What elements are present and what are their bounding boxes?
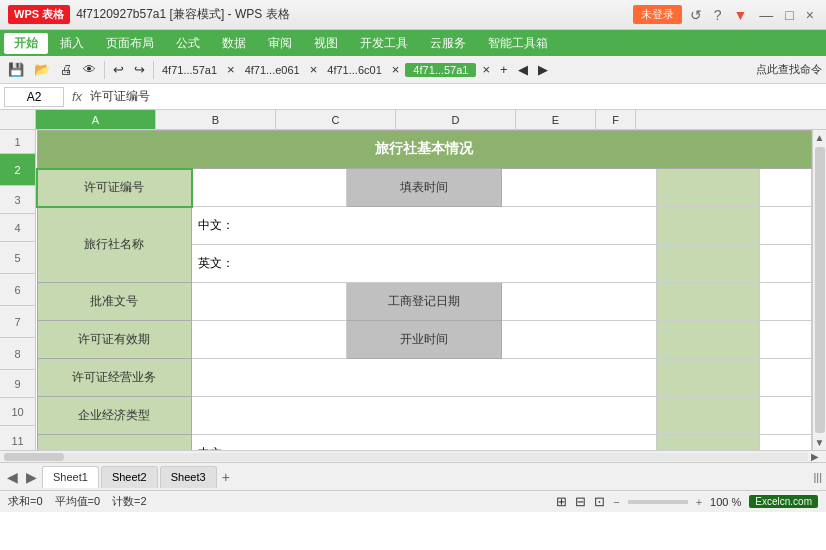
menu-insert[interactable]: 插入 (50, 33, 94, 54)
cell-b6[interactable] (192, 321, 347, 359)
page-view-icon[interactable]: ⊡ (594, 494, 605, 509)
nav-right-icon[interactable]: ▶ (534, 60, 552, 79)
h-scroll-right-btn[interactable]: ▶ (808, 451, 822, 462)
sheet-nav-left[interactable]: ◀ (4, 469, 21, 485)
cell-e2[interactable] (657, 169, 760, 207)
menu-view[interactable]: 视图 (304, 33, 348, 54)
cell-f2[interactable] (760, 169, 812, 207)
title-text: 4f7120927b57a1 [兼容模式] - WPS 表格 (76, 6, 289, 23)
sheet-tab-2[interactable]: Sheet2 (101, 466, 158, 488)
cell-b2[interactable] (192, 169, 347, 207)
menu-layout[interactable]: 页面布局 (96, 33, 164, 54)
col-header-d[interactable]: D (396, 110, 516, 129)
cell-d5[interactable] (502, 283, 657, 321)
cell-e4[interactable] (657, 245, 760, 283)
cell-reference-input[interactable] (4, 87, 64, 107)
cell-f5[interactable] (760, 283, 812, 321)
cell-b8[interactable] (192, 397, 657, 435)
cell-b4[interactable]: 英文： (192, 245, 657, 283)
maximize-window-button[interactable]: □ (781, 5, 797, 25)
file-tab-2[interactable]: 4f71...6c01 (323, 64, 385, 76)
cell-f3[interactable] (760, 207, 812, 245)
menu-start[interactable]: 开始 (4, 33, 48, 54)
menu-formula[interactable]: 公式 (166, 33, 210, 54)
cell-f4[interactable] (760, 245, 812, 283)
close-window-button[interactable]: × (802, 5, 818, 25)
cell-c2[interactable]: 填表时间 (347, 169, 502, 207)
scroll-down-btn[interactable]: ▼ (815, 435, 825, 450)
cell-d2[interactable] (502, 169, 657, 207)
cell-c5[interactable]: 工商登记日期 (347, 283, 502, 321)
cell-e7[interactable] (657, 359, 760, 397)
cell-e5[interactable] (657, 283, 760, 321)
cell-b9[interactable]: 中文： (192, 435, 657, 451)
menu-devtools[interactable]: 开发工具 (350, 33, 418, 54)
cell-e3[interactable] (657, 207, 760, 245)
zoom-in-btn[interactable]: + (696, 496, 702, 508)
cell-e6[interactable] (657, 321, 760, 359)
menu-review[interactable]: 审阅 (258, 33, 302, 54)
cell-f7[interactable] (760, 359, 812, 397)
cell-a2[interactable]: 许可证编号 (37, 169, 192, 207)
cell-a5[interactable]: 批准文号 (37, 283, 192, 321)
cell-b5[interactable] (192, 283, 347, 321)
cell-f9[interactable] (760, 435, 812, 451)
sheet-tab-1[interactable]: Sheet1 (42, 466, 99, 488)
print-icon[interactable]: 🖨 (56, 60, 77, 79)
cell-f8[interactable] (760, 397, 812, 435)
horizontal-scroll[interactable]: ▶ (0, 450, 826, 462)
minimize-window-button[interactable]: — (755, 5, 777, 25)
grid-view-icon[interactable]: ⊞ (556, 494, 567, 509)
cell-f6[interactable] (760, 321, 812, 359)
menu-cloud[interactable]: 云服务 (420, 33, 476, 54)
cell-a3[interactable]: 旅行社名称 (37, 207, 192, 283)
redo-icon[interactable]: ↪ (130, 60, 149, 79)
menu-ai[interactable]: 智能工具箱 (478, 33, 558, 54)
save-icon[interactable]: 💾 (4, 60, 28, 79)
add-tab-button[interactable]: + (496, 60, 512, 79)
cell-e9[interactable] (657, 435, 760, 451)
cell-b3[interactable]: 中文： (192, 207, 657, 245)
sheet-tab-3[interactable]: Sheet3 (160, 466, 217, 488)
scroll-up-btn[interactable]: ▲ (815, 130, 825, 145)
file-tab-1[interactable]: 4f71...e061 (241, 64, 304, 76)
menu-data[interactable]: 数据 (212, 33, 256, 54)
cell-title[interactable]: 旅行社基本情况 (37, 131, 812, 169)
cell-d6[interactable] (502, 321, 657, 359)
file-tab-2-close[interactable]: × (388, 60, 404, 79)
nav-left-icon[interactable]: ◀ (514, 60, 532, 79)
col-header-a[interactable]: A (36, 110, 156, 129)
tab-close-active[interactable]: × (223, 60, 239, 79)
sheet-nav-right[interactable]: ▶ (23, 469, 40, 485)
cell-e8[interactable] (657, 397, 760, 435)
layout-view-icon[interactable]: ⊟ (575, 494, 586, 509)
undo-icon[interactable]: ↩ (109, 60, 128, 79)
col-header-f[interactable]: F (596, 110, 636, 129)
file-tab-active[interactable]: 4f71...57a1 (405, 63, 476, 77)
col-header-b[interactable]: B (156, 110, 276, 129)
search-command-hint[interactable]: 点此查找命令 (756, 62, 822, 77)
col-header-c[interactable]: C (276, 110, 396, 129)
vertical-scrollbar[interactable]: ▲ ▼ (812, 130, 826, 450)
preview-icon[interactable]: 👁 (79, 60, 100, 79)
refresh-icon[interactable]: ↺ (686, 5, 706, 25)
cell-a6[interactable]: 许可证有效期 (37, 321, 192, 359)
row-numbers: 1 2 3 4 5 6 7 8 9 10 11 (0, 130, 36, 450)
file-tab-active-close[interactable]: × (478, 60, 494, 79)
cell-c6[interactable]: 开业时间 (347, 321, 502, 359)
cell-b7[interactable] (192, 359, 657, 397)
zoom-out-btn[interactable]: − (613, 496, 619, 508)
minimize-icon[interactable]: ▼ (729, 5, 751, 25)
help-icon[interactable]: ? (710, 5, 726, 25)
h-scroll-thumb[interactable] (4, 453, 64, 461)
scroll-thumb[interactable] (815, 147, 825, 433)
cell-a9[interactable]: 旅行社地址 (37, 435, 192, 451)
open-icon[interactable]: 📂 (30, 60, 54, 79)
cell-a7[interactable]: 许可证经营业务 (37, 359, 192, 397)
add-sheet-button[interactable]: + (219, 469, 233, 485)
file-tab-1-close[interactable]: × (306, 60, 322, 79)
not-logged-in-button[interactable]: 未登录 (633, 5, 682, 24)
col-header-e[interactable]: E (516, 110, 596, 129)
zoom-slider[interactable] (628, 500, 688, 504)
cell-a8[interactable]: 企业经济类型 (37, 397, 192, 435)
